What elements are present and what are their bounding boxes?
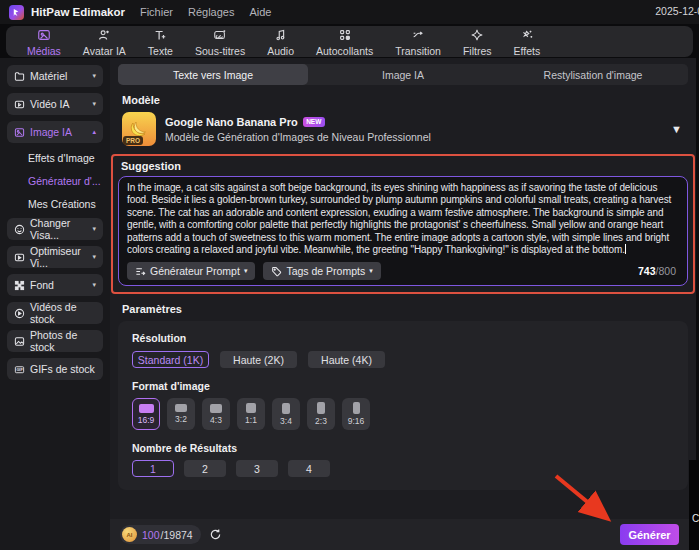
subtitles-icon [213, 28, 227, 44]
format-4-3[interactable]: 4:3 [202, 398, 230, 430]
chevron-down-icon: ▾ [92, 281, 96, 289]
chevron-down-icon: ▾ [92, 72, 96, 80]
resolution-standard-1k[interactable]: Standard (1K) [132, 351, 209, 368]
new-badge: NEW [303, 117, 325, 127]
image-ai-icon [14, 127, 25, 138]
results-4[interactable]: 4 [288, 460, 330, 477]
sidebar-subitem-effets-image[interactable]: Effets d'Image [7, 149, 103, 166]
toolbar-autocollants[interactable]: Autocollants [305, 28, 384, 57]
ratio-shape [353, 402, 360, 414]
prompt-textarea[interactable]: In the image, a cat sits against a soft … [118, 176, 688, 286]
resolution-options: Standard (1K) Haute (2K) Haute (4K) [132, 351, 674, 368]
transition-icon [411, 28, 425, 44]
tab-texte-vers-image[interactable]: Texte vers Image [118, 64, 308, 85]
format-1-1[interactable]: 1:1 [237, 398, 265, 430]
sidebar-item-materiel[interactable]: Matériel ▾ [7, 65, 103, 87]
results-label: Nombre de Résultats [132, 442, 674, 454]
text-cursor [625, 244, 626, 254]
ratio-shape [139, 404, 154, 413]
toolbar-effets[interactable]: Effets [503, 28, 552, 57]
main-panel: Texte vers Image Image IA Restylisation … [110, 58, 696, 550]
format-3-4[interactable]: 3:4 [272, 398, 300, 430]
tag-icon [271, 266, 282, 277]
background-icon [14, 280, 25, 291]
prompt-footer: Générateur Prompt ▾ Tags de Prompts ▾ 74… [127, 262, 679, 280]
app-title: HitPaw Edimakor [31, 6, 125, 18]
toolbar-avatar-ia[interactable]: Avatar IA [72, 28, 137, 57]
menu-file[interactable]: Fichier [140, 6, 173, 18]
ratio-shape [246, 403, 256, 413]
chevron-down-icon: ▾ [369, 267, 373, 275]
toolbar-texte[interactable]: Texte [137, 28, 184, 57]
format-2-3[interactable]: 2:3 [307, 398, 335, 430]
pro-badge: PRO [123, 136, 143, 145]
credits-used: 100 [142, 529, 160, 541]
toolbar-sous-titres[interactable]: Sous-titres [184, 28, 256, 57]
right-edge-strip: C [689, 460, 699, 550]
menu-settings[interactable]: Réglages [188, 6, 234, 18]
sidebar-item-fond[interactable]: Fond ▾ [7, 274, 103, 296]
media-icon [37, 28, 51, 44]
refresh-icon[interactable] [209, 528, 222, 541]
toolbar-transition[interactable]: Transition [384, 28, 452, 57]
credits-total: /19874 [161, 529, 193, 541]
results-3[interactable]: 3 [236, 460, 278, 477]
partial-edge-glyph: C [692, 513, 699, 524]
bottom-bar: AI 100 /19874 Générer [110, 519, 689, 550]
char-counter: 743/800 [638, 265, 679, 277]
toolbar-filtres[interactable]: Filtres [452, 28, 503, 57]
parameters-card: Résolution Standard (1K) Haute (2K) Haut… [118, 321, 688, 490]
format-9-16[interactable]: 9:16 [342, 398, 370, 430]
system-date: 2025-12-03 [655, 5, 699, 17]
parameters-section-title: Paramètres [122, 303, 684, 315]
mode-tabbar: Texte vers Image Image IA Restylisation … [118, 64, 688, 85]
sidebar: Matériel ▾ Vidéo IA ▾ Image IA ▴ Effets … [0, 58, 110, 550]
format-16-9[interactable]: 16:9 [132, 398, 160, 430]
sidebar-item-videos-stock[interactable]: Vidéos de stock [7, 302, 103, 324]
results-1[interactable]: 1 [132, 460, 174, 477]
sidebar-item-optimiseur-video[interactable]: Optimiseur Vi... ▾ [7, 246, 103, 268]
avatar-icon [97, 28, 111, 44]
chevron-down-icon: ▾ [92, 100, 96, 108]
chevron-down-icon: ▾ [92, 225, 96, 233]
resolution-haute-2k[interactable]: Haute (2K) [220, 351, 297, 368]
format-3-2[interactable]: 3:2 [167, 398, 195, 430]
model-name: Google Nano Banana Pro [165, 116, 298, 128]
stickers-icon [338, 28, 352, 44]
results-2[interactable]: 2 [184, 460, 226, 477]
sidebar-subitem-mes-creations[interactable]: Mes Créations [7, 195, 103, 212]
svg-text:GIF: GIF [16, 368, 23, 372]
toolbar-medias[interactable]: Médias [16, 28, 72, 57]
tab-restylisation[interactable]: Restylisation d'image [498, 64, 688, 85]
app-logo-icon [9, 5, 24, 20]
model-info: Google Nano Banana Pro NEW Modèle de Gén… [165, 116, 431, 143]
audio-icon [274, 28, 288, 44]
chevron-down-icon[interactable]: ▼ [671, 123, 682, 135]
prompt-tags-button[interactable]: Tags de Prompts ▾ [263, 262, 380, 280]
folder-icon [14, 71, 25, 82]
toolbar-audio[interactable]: Audio [256, 28, 305, 57]
menu-help[interactable]: Aide [249, 6, 271, 18]
model-section-title: Modèle [122, 94, 684, 106]
prompt-generator-button[interactable]: Générateur Prompt ▾ [127, 262, 255, 280]
sidebar-item-changer-visage[interactable]: Changer Visa... ▾ [7, 218, 103, 240]
ai-coin-icon: AI [122, 527, 137, 542]
ratio-shape [282, 403, 290, 414]
suggestion-section-annotated: Suggestion In the image, a cat sits agai… [111, 154, 695, 294]
resolution-haute-4k[interactable]: Haute (4K) [308, 351, 385, 368]
sidebar-item-gifs-stock[interactable]: GIF GIFs de stock [7, 358, 103, 380]
video-ai-icon [14, 99, 25, 110]
ratio-shape [210, 404, 222, 413]
tab-image-ia[interactable]: Image IA [308, 64, 498, 85]
sidebar-item-photos-stock[interactable]: Photos de stock [7, 330, 103, 352]
format-label: Format d'image [132, 380, 674, 392]
generate-button[interactable]: Générer [620, 524, 679, 545]
format-options: 16:9 3:2 4:3 1:1 3:4 2:3 [132, 398, 674, 430]
sidebar-subitem-generateur[interactable]: Générateur d'... [7, 172, 103, 189]
sidebar-item-image-ia[interactable]: Image IA ▴ [7, 121, 103, 143]
gif-icon: GIF [14, 364, 25, 375]
ratio-shape [175, 404, 187, 412]
results-options: 1 2 3 4 [132, 460, 674, 477]
model-selector[interactable]: PRO Google Nano Banana Pro NEW Modèle de… [122, 112, 682, 146]
sidebar-item-video-ia[interactable]: Vidéo IA ▾ [7, 93, 103, 115]
